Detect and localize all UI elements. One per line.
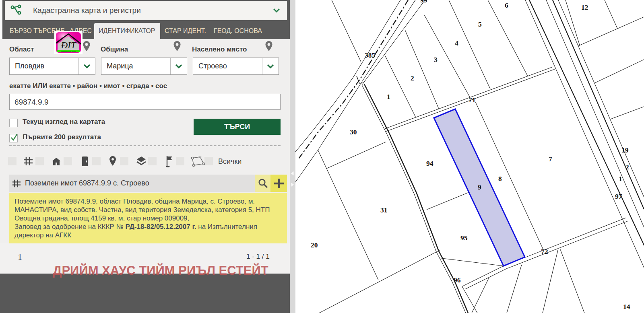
svg-text:97: 97 bbox=[615, 192, 622, 200]
svg-text:95: 95 bbox=[460, 234, 468, 242]
svg-text:12: 12 bbox=[581, 3, 588, 11]
svg-text:30: 30 bbox=[350, 128, 357, 136]
svg-text:14: 14 bbox=[623, 303, 630, 311]
svg-text:8: 8 bbox=[498, 175, 502, 183]
svg-text:94: 94 bbox=[426, 159, 433, 167]
svg-text:ƉIT: ƉIT bbox=[60, 40, 76, 50]
svg-text:9: 9 bbox=[478, 183, 481, 191]
svg-text:2: 2 bbox=[625, 163, 629, 171]
svg-text:4: 4 bbox=[455, 39, 458, 47]
svg-text:5: 5 bbox=[478, 20, 482, 28]
svg-text:20: 20 bbox=[311, 241, 318, 249]
svg-text:31: 31 bbox=[380, 206, 388, 214]
svg-text:1: 1 bbox=[619, 175, 622, 183]
svg-text:99: 99 bbox=[420, 0, 427, 4]
svg-text:72: 72 bbox=[541, 247, 548, 255]
svg-text:385: 385 bbox=[365, 51, 376, 59]
svg-text:71: 71 bbox=[469, 96, 476, 104]
svg-text:7: 7 bbox=[549, 155, 552, 163]
svg-text:96: 96 bbox=[454, 276, 461, 284]
svg-text:1: 1 bbox=[387, 93, 390, 101]
svg-text:19: 19 bbox=[621, 146, 629, 154]
svg-text:DreamHouse Team: DreamHouse Team bbox=[61, 50, 76, 52]
svg-text:6: 6 bbox=[505, 1, 508, 9]
svg-text:3: 3 bbox=[434, 56, 438, 64]
svg-text:2: 2 bbox=[411, 74, 414, 82]
